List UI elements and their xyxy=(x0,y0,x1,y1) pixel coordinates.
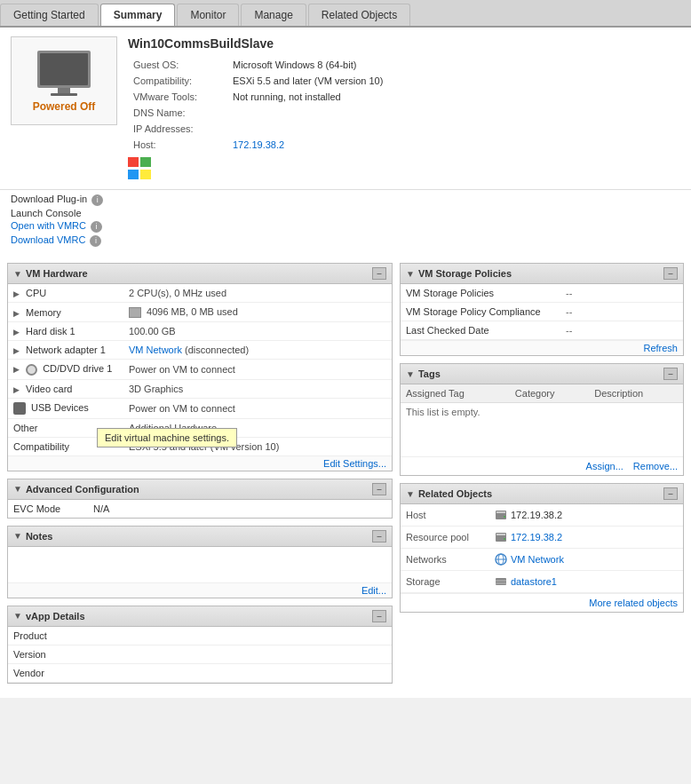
usb-label: USB Devices xyxy=(31,402,89,413)
storage-policies-refresh-link[interactable]: Refresh xyxy=(643,343,678,353)
guest-os-label: Guest OS: xyxy=(130,58,227,72)
ro-storage-value: datastore1 xyxy=(489,571,683,593)
storage-policies-collapse-btn[interactable]: – xyxy=(663,267,678,280)
vm-hardware-collapse-btn[interactable]: – xyxy=(372,267,386,280)
ip-addresses-label: IP Addresses: xyxy=(130,122,227,136)
tab-related-objects[interactable]: Related Objects xyxy=(308,4,410,26)
cddvd-label: CD/DVD drive 1 xyxy=(43,363,112,374)
hw-row-usb: USB Devices Power on VM to connect xyxy=(8,398,392,418)
tab-getting-started[interactable]: Getting Started xyxy=(0,4,99,26)
more-related-objects-link[interactable]: More related objects xyxy=(589,598,678,608)
host-label: Host: xyxy=(130,138,227,152)
compatibility-hw-label: Compatibility xyxy=(13,441,69,452)
svg-rect-5 xyxy=(496,511,505,513)
storage-policies-toggle-icon[interactable]: ▼ xyxy=(406,269,415,279)
download-plugin-info-icon[interactable]: i xyxy=(91,194,103,206)
vapp-row-version: Version xyxy=(8,645,392,663)
notes-edit-link[interactable]: Edit... xyxy=(361,585,386,596)
open-vmrc-info-icon[interactable]: i xyxy=(91,221,102,233)
tags-collapse-btn[interactable]: – xyxy=(663,368,678,380)
vm-details: Win10CommsBuildSlave Guest OS: Microsoft… xyxy=(128,36,388,180)
notes-collapse-btn[interactable]: – xyxy=(372,530,386,542)
harddisk-value: 100.00 GB xyxy=(123,322,392,341)
tags-remove-link[interactable]: Remove... xyxy=(633,461,678,471)
tab-manage[interactable]: Manage xyxy=(241,4,306,26)
ro-row-resource-pool: Resource pool 172.19.38.2 xyxy=(401,527,683,549)
cddvd-expand-icon[interactable]: ▶ xyxy=(13,365,20,374)
ro-row-networks: Networks VM Network xyxy=(401,549,683,571)
download-plugin-row: Download Plug-in i xyxy=(11,194,680,206)
ro-resourcepool-link[interactable]: 172.19.38.2 xyxy=(511,532,562,542)
ro-storage-link[interactable]: datastore1 xyxy=(511,576,557,587)
svg-rect-1 xyxy=(40,53,88,85)
vapp-vendor-value xyxy=(317,663,392,682)
ro-networks-value-cell: VM Network xyxy=(495,553,678,566)
tags-empty-row: This list is empty. xyxy=(401,403,683,422)
tags-col-description: Description xyxy=(589,384,683,403)
harddisk-expand-icon[interactable]: ▶ xyxy=(13,328,20,337)
vm-info-table: Guest OS: Microsoft Windows 8 (64-bit) C… xyxy=(128,56,388,154)
tags-table: Assigned Tag Category Description This l… xyxy=(401,384,683,456)
tags-footer: Assign... Remove... xyxy=(401,456,683,475)
sp-value-2: -- xyxy=(560,321,683,340)
vmware-tools-value: Not running, not installed xyxy=(229,90,386,104)
host-server-icon xyxy=(495,509,507,521)
memory-icon xyxy=(129,307,141,318)
launch-console-row: Launch Console xyxy=(11,208,680,218)
vm-monitor-icon xyxy=(33,49,95,98)
ro-storage-label: Storage xyxy=(401,571,489,593)
advanced-config-collapse-btn[interactable]: – xyxy=(372,483,386,495)
cddvd-icon xyxy=(26,364,37,376)
resource-pool-icon xyxy=(495,531,507,543)
vapp-product-value xyxy=(317,627,392,645)
sp-label-1: VM Storage Policy Compliance xyxy=(401,303,560,321)
edit-settings-link[interactable]: Edit Settings... xyxy=(323,458,386,469)
cpu-label: CPU xyxy=(26,288,46,298)
vm-hardware-panel: ▼ VM Hardware – ▶ CPU 2 CPU(s), 0 MHz us… xyxy=(7,263,393,471)
advanced-config-toggle-icon[interactable]: ▼ xyxy=(13,484,22,494)
storage-policies-table: VM Storage Policies -- VM Storage Policy… xyxy=(401,284,683,340)
tags-assign-link[interactable]: Assign... xyxy=(586,461,623,471)
netadapter-status: (disconnected) xyxy=(185,344,249,355)
notes-panel: ▼ Notes – Edit... xyxy=(7,526,393,598)
related-objects-footer: More related objects xyxy=(401,593,683,612)
vapp-collapse-btn[interactable]: – xyxy=(372,610,386,622)
vm-hardware-toggle-icon[interactable]: ▼ xyxy=(13,269,22,279)
tab-monitor[interactable]: Monitor xyxy=(177,4,239,26)
hw-row-harddisk: ▶ Hard disk 1 100.00 GB xyxy=(8,322,392,341)
download-vmrc-link[interactable]: Download VMRC xyxy=(11,234,85,245)
tab-summary[interactable]: Summary xyxy=(100,4,176,26)
network-adapter-link[interactable]: VM Network xyxy=(129,344,182,355)
svg-rect-13 xyxy=(496,578,506,585)
guest-os-value: Microsoft Windows 8 (64-bit) xyxy=(229,58,386,72)
related-objects-collapse-btn[interactable]: – xyxy=(663,487,678,500)
download-vmrc-info-icon[interactable]: i xyxy=(90,235,101,247)
sp-row-0: VM Storage Policies -- xyxy=(401,284,683,303)
hw-row-network-adapter: ▶ Network adapter 1 VM Network (disconne… xyxy=(8,341,392,360)
open-vmrc-link[interactable]: Open with VMRC xyxy=(11,220,86,231)
svg-point-6 xyxy=(504,516,505,518)
vm-name: Win10CommsBuildSlave xyxy=(128,36,388,51)
storage-policies-title: VM Storage Policies xyxy=(418,268,663,279)
other-label: Other xyxy=(13,423,38,433)
vapp-toggle-icon[interactable]: ▼ xyxy=(13,611,22,621)
right-column: ▼ VM Storage Policies – VM Storage Polic… xyxy=(400,263,684,691)
host-link[interactable]: 172.19.38.2 xyxy=(233,139,284,150)
memory-expand-icon[interactable]: ▶ xyxy=(13,309,20,318)
cpu-expand-icon[interactable]: ▶ xyxy=(13,289,20,298)
netadapter-expand-icon[interactable]: ▶ xyxy=(13,346,20,355)
vapp-version-value xyxy=(317,645,392,663)
host-value: 172.19.38.2 xyxy=(229,138,386,152)
ro-host-label: Host xyxy=(401,504,489,527)
videocard-expand-icon[interactable]: ▶ xyxy=(13,385,20,394)
tags-toggle-icon[interactable]: ▼ xyxy=(406,369,415,379)
memory-value: 4096 MB, 0 MB used xyxy=(123,303,392,322)
advanced-config-table: EVC Mode N/A xyxy=(8,500,392,518)
related-objects-toggle-icon[interactable]: ▼ xyxy=(406,489,415,499)
related-objects-table: Host 172.19.38.2 xyxy=(401,504,683,593)
svg-point-9 xyxy=(504,538,505,540)
ro-networks-label: Networks xyxy=(401,549,489,571)
vapp-table: Product Version Vendor xyxy=(8,627,392,683)
notes-toggle-icon[interactable]: ▼ xyxy=(13,531,22,541)
ro-networks-link[interactable]: VM Network xyxy=(511,554,564,565)
